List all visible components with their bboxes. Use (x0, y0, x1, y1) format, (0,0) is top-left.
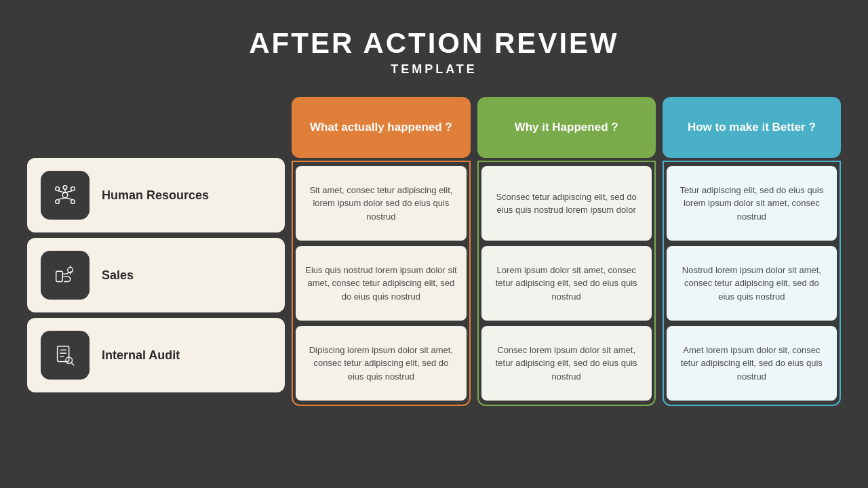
audit-icon (52, 342, 78, 368)
why-header-text: Why it Happened ? (515, 120, 618, 136)
why-cell-0: Sconsec tetur adipiscing elit, sed do ei… (481, 166, 652, 241)
hr-label: Human Resources (102, 188, 209, 203)
svg-line-6 (65, 190, 73, 192)
how-column: How to make it Better ? Tetur adipiscing… (663, 97, 841, 406)
svg-line-5 (58, 190, 65, 192)
row-label-audit: Internal Audit (27, 318, 285, 392)
audit-label: Internal Audit (102, 348, 180, 363)
row-label-hr: Human Resources (27, 158, 285, 232)
why-cell-2: Consec lorem ipsum dolor sit amet, tetur… (481, 326, 652, 401)
why-header: Why it Happened ? (477, 97, 656, 158)
why-cell-1: Lorem ipsum dolor sit amet, consec tetur… (481, 246, 652, 321)
what-cell-2: Dipiscing lorem ipsum dolor sit amet, co… (296, 326, 466, 401)
what-header: What actually happened ? (292, 97, 470, 158)
svg-point-9 (63, 186, 67, 190)
svg-rect-15 (58, 346, 69, 362)
svg-line-8 (65, 198, 73, 200)
how-cell-1: Nostrud lorem ipsum dolor sit amet, cons… (667, 246, 837, 321)
svg-line-7 (58, 198, 65, 200)
what-body: Sit amet, consec tetur adipiscing elit, … (292, 161, 470, 406)
what-cell-0: Sit amet, consec tetur adipiscing elit, … (296, 166, 466, 241)
row-labels-column: Human Resources Sales (27, 97, 285, 406)
page-header: AFTER ACTION REVIEW TEMPLATE (249, 27, 618, 77)
svg-point-3 (56, 200, 60, 204)
how-body: Tetur adipiscing elit, sed do eius quis … (663, 161, 841, 406)
svg-point-4 (71, 200, 75, 204)
row-label-sales: Sales (27, 238, 285, 312)
page-title: AFTER ACTION REVIEW (249, 27, 618, 60)
svg-line-20 (72, 363, 75, 365)
sales-icon-box (41, 251, 90, 300)
svg-point-0 (62, 192, 68, 198)
svg-point-2 (71, 187, 75, 191)
svg-rect-11 (56, 271, 63, 281)
what-column: What actually happened ? Sit amet, conse… (292, 97, 470, 406)
how-cell-2: Amet lorem ipsum dolor sit, consec tetur… (667, 326, 837, 401)
why-column: Why it Happened ? Sconsec tetur adipisci… (477, 97, 656, 406)
what-cell-1: Eius quis nostrud lorem ipsum dolor sit … (296, 246, 466, 321)
sales-label: Sales (102, 268, 134, 283)
page-subtitle: TEMPLATE (249, 62, 618, 77)
svg-point-1 (56, 187, 60, 191)
how-header-text: How to make it Better ? (688, 120, 816, 136)
main-table: Human Resources Sales (27, 97, 841, 406)
what-header-text: What actually happened ? (310, 120, 452, 136)
audit-icon-box (41, 331, 90, 380)
how-cell-0: Tetur adipiscing elit, sed do eius quis … (667, 166, 837, 241)
hr-icon-box (41, 171, 90, 220)
network-icon (52, 182, 78, 208)
how-header: How to make it Better ? (663, 97, 841, 158)
sales-icon (52, 262, 78, 288)
why-body: Sconsec tetur adipiscing elit, sed do ei… (477, 161, 656, 406)
